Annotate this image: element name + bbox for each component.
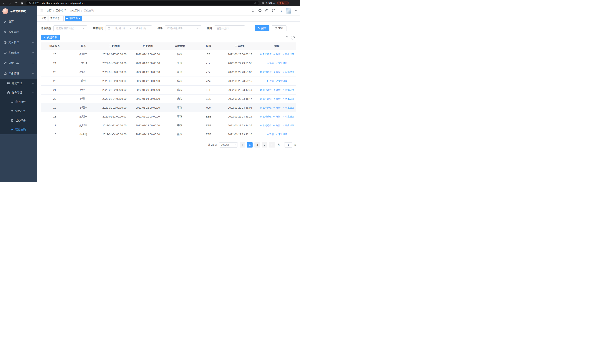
cancel-leave-link[interactable]: 取消请假: [260, 115, 272, 118]
detail-link[interactable]: 详情: [267, 133, 274, 136]
refresh-table-button[interactable]: [291, 35, 296, 40]
select-placeholder: 请选择流结果: [167, 27, 183, 30]
approval-progress-link[interactable]: 审批进度: [282, 71, 294, 74]
app-logo: 芋道管理系统: [0, 6, 37, 17]
forward-icon[interactable]: [8, 1, 12, 5]
cancel-leave-link[interactable]: 取消请假: [260, 71, 272, 74]
create-leave-button[interactable]: 发起请假: [41, 35, 60, 40]
avatar-caret-icon[interactable]: [295, 10, 297, 12]
cell-leave-type: 病假: [165, 76, 195, 85]
tags-view: 首页 流程详情 请假查询: [37, 15, 300, 22]
next-page-button[interactable]: [269, 142, 275, 148]
tab-home[interactable]: 首页: [40, 16, 47, 21]
chevron-down-icon: [234, 144, 236, 146]
page-button-2[interactable]: 2: [254, 142, 260, 148]
cancel-leave-link[interactable]: 取消请假: [260, 88, 272, 92]
sidebar-item-done-tasks[interactable]: 已办任务: [0, 116, 37, 125]
approval-progress-link[interactable]: 审批进度: [276, 133, 287, 136]
eye-icon: [273, 107, 276, 109]
sidebar-item-devtools[interactable]: 研发工具: [0, 58, 37, 68]
goto-label: 前往: [278, 143, 283, 147]
end-date-placeholder: 结束日期: [132, 27, 150, 30]
prev-page-button[interactable]: [240, 142, 245, 148]
approval-progress-link[interactable]: 审批进度: [276, 62, 287, 65]
page-button-3[interactable]: 3: [262, 142, 267, 148]
action-label: 取消请假: [262, 88, 272, 92]
approval-progress-link[interactable]: 审批进度: [282, 53, 294, 56]
table-row: 21处理中2022-01-22 00:00:002022-01-23 00:00…: [41, 85, 296, 94]
edit-icon: [276, 133, 278, 135]
bookmark-star-icon[interactable]: [254, 2, 256, 4]
cancel-leave-link[interactable]: 取消请假: [260, 97, 272, 101]
close-icon[interactable]: [79, 18, 80, 19]
detail-link[interactable]: 详情: [273, 106, 281, 109]
sidebar-item-my-process[interactable]: 我的流程: [0, 97, 37, 107]
result-select[interactable]: 请选择流结果: [165, 25, 201, 31]
cell-start-time: 2022-01-22 00:00:00: [98, 103, 131, 112]
fullscreen-icon[interactable]: [272, 9, 275, 12]
cell-end-time: 2022-01-26 00:00:00: [131, 68, 165, 76]
address-bar[interactable]: 不安全 dashboard.yudao.iocoder.cn/bpm/oa/le…: [26, 1, 259, 5]
browser-home-icon[interactable]: [20, 1, 24, 5]
reset-button[interactable]: 重置: [272, 25, 286, 31]
approval-progress-link[interactable]: 审批进度: [282, 115, 294, 118]
action-label: 详情: [276, 53, 281, 56]
page-size-select[interactable]: 10条/页: [219, 142, 238, 148]
user-avatar[interactable]: [286, 8, 291, 14]
sidebar-item-workflow[interactable]: 工作流程: [0, 68, 37, 79]
detail-link[interactable]: 详情: [273, 115, 281, 118]
detail-link[interactable]: 详情: [273, 97, 281, 101]
approval-progress-link[interactable]: 审批进度: [282, 88, 294, 92]
sidebar-item-leave-query[interactable]: 请假查询: [0, 125, 37, 134]
breadcrumb-item-home[interactable]: 首页: [46, 9, 52, 12]
incognito-badge[interactable]: 无痕模式: [261, 1, 275, 5]
approval-progress-link[interactable]: 审批进度: [282, 106, 294, 109]
sidebar-item-infra[interactable]: 基础设施: [0, 48, 37, 58]
page-button-1[interactable]: 1: [247, 142, 253, 148]
cell-status: 处理中: [69, 94, 98, 103]
back-icon[interactable]: [2, 1, 6, 5]
header-search-icon[interactable]: [252, 9, 255, 12]
breadcrumb-item-oa-example[interactable]: OA 示例: [70, 9, 79, 12]
breadcrumb-item-workflow[interactable]: 工作流程: [56, 9, 66, 12]
approval-progress-link[interactable]: 审批进度: [282, 124, 294, 127]
reload-icon[interactable]: [14, 1, 18, 5]
cancel-leave-link[interactable]: 取消请假: [260, 53, 272, 56]
sidebar-toggle-icon[interactable]: [40, 9, 43, 12]
help-icon[interactable]: [265, 9, 269, 12]
apply-time-range-picker[interactable]: 开始日期 - 结束日期: [105, 25, 152, 31]
sidebar-item-task-mgmt[interactable]: 任务管理: [0, 88, 37, 97]
detail-link[interactable]: 详情: [273, 124, 281, 127]
sidebar-item-home[interactable]: 首页: [0, 17, 37, 27]
detail-link[interactable]: 详情: [267, 80, 274, 83]
sidebar-item-system[interactable]: 系统管理: [0, 27, 37, 37]
sidebar-item-payment[interactable]: 支付管理: [0, 37, 37, 48]
sidebar-item-process-mgmt[interactable]: 流程管理: [0, 79, 37, 88]
trash-icon: [260, 115, 262, 118]
reason-input[interactable]: [214, 25, 245, 31]
browser-update-menu-button[interactable]: 更新: [277, 1, 289, 5]
search-button[interactable]: 搜索: [255, 25, 269, 31]
font-size-icon[interactable]: [279, 9, 282, 12]
detail-link[interactable]: 详情: [273, 53, 281, 56]
column-header-apply-time: 申请时间: [222, 42, 258, 50]
select-placeholder: 请选择请假类型: [56, 27, 74, 30]
cancel-leave-link[interactable]: 取消请假: [260, 106, 272, 109]
github-icon[interactable]: [258, 9, 262, 12]
toggle-search-icon[interactable]: [286, 36, 289, 39]
sidebar-item-todo-tasks[interactable]: 待办任务: [0, 107, 37, 116]
detail-link[interactable]: 详情: [267, 62, 274, 65]
goto-page-input[interactable]: [284, 142, 292, 148]
leave-type-select[interactable]: 请选择请假类型: [53, 25, 87, 31]
not-secure-warning-icon: [28, 2, 31, 4]
detail-link[interactable]: 详情: [273, 71, 281, 74]
cell-end-time: 2022-01-04 00:00:00: [131, 94, 165, 103]
detail-link[interactable]: 详情: [273, 88, 281, 92]
cancel-leave-link[interactable]: 取消请假: [260, 124, 272, 127]
tab-process-detail[interactable]: 流程详情: [48, 16, 64, 21]
approval-progress-link[interactable]: 审批进度: [282, 97, 294, 101]
tab-leave-query[interactable]: 请假查询: [65, 16, 82, 21]
approval-progress-link[interactable]: 审批进度: [276, 80, 287, 83]
eye-icon: [267, 80, 269, 82]
close-icon[interactable]: [60, 18, 62, 19]
